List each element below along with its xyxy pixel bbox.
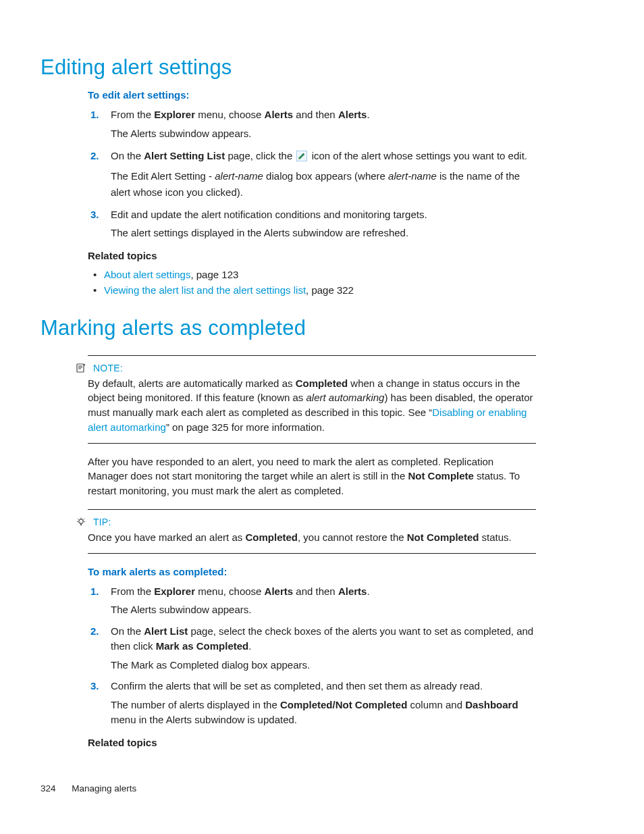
footer-title: Managing alerts <box>72 783 136 793</box>
body-paragraph: After you have responded to an alert, yo… <box>88 454 536 498</box>
rule-top <box>88 509 536 510</box>
rule-top <box>88 355 536 356</box>
step-sub: The Mark as Completed dialog box appears… <box>111 658 536 673</box>
tip-body: Once you have marked an alert as Complet… <box>88 530 536 545</box>
step-sub: The alert settings displayed in the Aler… <box>111 226 536 240</box>
procedure-lead: To edit alert settings: <box>88 89 536 101</box>
note-label: NOTE: <box>93 363 123 373</box>
step-1: From the Explorer menu, choose Alerts an… <box>107 584 536 618</box>
tip-label: TIP: <box>93 517 111 527</box>
note-body: By default, alerts are automatically mar… <box>88 376 536 435</box>
svg-rect-1 <box>77 364 84 372</box>
section1-body: To edit alert settings: From the Explore… <box>88 89 536 298</box>
link-about-alert-settings[interactable]: About alert settings <box>104 269 190 280</box>
step-1: From the Explorer menu, choose Alerts an… <box>107 107 536 141</box>
lightbulb-icon <box>76 517 86 527</box>
step-2: On the Alert List page, select the check… <box>107 624 536 672</box>
step-sub: The number of alerts displayed in the Co… <box>111 698 536 727</box>
related-link-item: About alert settings, page 123 <box>104 267 536 282</box>
tip-callout: TIP: Once you have marked an alert as Co… <box>88 509 536 554</box>
related-topics-list: About alert settings, page 123 Viewing t… <box>88 267 536 298</box>
related-topics-heading: Related topics <box>88 250 536 261</box>
related-link-item: Viewing the alert list and the alert set… <box>104 282 536 298</box>
svg-point-2 <box>79 519 83 523</box>
related-topics-heading: Related topics <box>88 737 536 748</box>
heading-marking-alerts-completed: Marking alerts as completed <box>41 316 603 340</box>
procedure-lead: To mark alerts as completed: <box>88 566 536 577</box>
step-text: On the Alert Setting List page, click th… <box>111 150 527 161</box>
procedure-list: From the Explorer menu, choose Alerts an… <box>88 107 536 240</box>
step-text: On the Alert List page, select the check… <box>111 625 533 652</box>
step-sub: The Edit Alert Setting - alert-name dial… <box>111 168 536 201</box>
step-sub: The Alerts subwindow appears. <box>111 126 536 141</box>
rule-bottom <box>88 443 536 444</box>
step-3: Confirm the alerts that will be set as c… <box>107 679 536 727</box>
page-footer: 324 Managing alerts <box>41 783 136 793</box>
step-2: On the Alert Setting List page, click th… <box>107 148 536 201</box>
step-text: Edit and update the alert notification c… <box>111 209 427 220</box>
step-3: Edit and update the alert notification c… <box>107 207 536 241</box>
rule-bottom <box>88 553 536 554</box>
note-icon <box>76 363 86 373</box>
step-sub: The Alerts subwindow appears. <box>111 602 536 617</box>
procedure-list: From the Explorer menu, choose Alerts an… <box>88 584 536 727</box>
section2-body: To mark alerts as completed: From the Ex… <box>88 566 536 748</box>
step-text: Confirm the alerts that will be set as c… <box>111 680 483 692</box>
page-number: 324 <box>41 783 56 793</box>
link-viewing-alert-list[interactable]: Viewing the alert list and the alert set… <box>104 284 306 296</box>
edit-pencil-icon <box>296 150 307 161</box>
step-text: From the Explorer menu, choose Alerts an… <box>111 109 370 120</box>
note-callout: NOTE: By default, alerts are automatical… <box>88 355 536 444</box>
step-text: From the Explorer menu, choose Alerts an… <box>111 585 370 597</box>
heading-editing-alert-settings: Editing alert settings <box>41 55 603 80</box>
document-page: Editing alert settings To edit alert set… <box>0 0 644 834</box>
